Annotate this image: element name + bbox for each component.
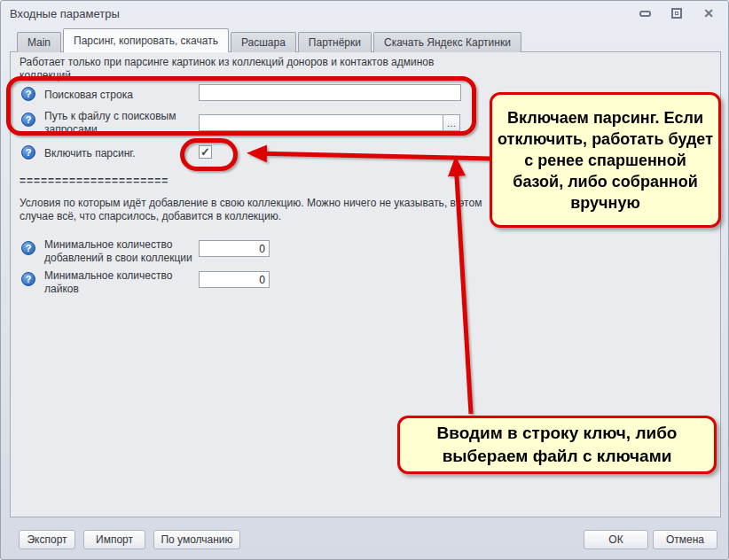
file-path-input[interactable] [199,114,443,131]
tab-parsing[interactable]: Парсинг, копировать, скачать [63,28,229,52]
export-button[interactable]: Экспорт [19,530,75,549]
title-bar: Входные параметры ✕ [1,1,728,26]
enable-parsing-checkbox[interactable]: ✓ [199,145,212,159]
min-likes-label: Минимальное количество лайков [44,269,197,296]
tab-rasshara[interactable]: Расшара [231,32,296,52]
maximize-button[interactable] [670,6,684,20]
search-string-input[interactable] [199,84,461,101]
help-icon[interactable]: ? [21,113,35,127]
help-icon[interactable]: ? [21,272,35,286]
close-icon: ✕ [703,7,714,19]
window-title: Входные параметры [10,7,120,20]
cancel-button[interactable]: Отмена [653,530,717,549]
defaults-button[interactable]: По умолчанию [153,530,240,549]
minimize-icon [639,11,651,17]
enable-parsing-label: Включить парсинг. [44,147,195,160]
maximize-icon [671,8,682,19]
tab-main[interactable]: Main [17,32,61,52]
close-button[interactable]: ✕ [702,6,716,20]
conditions-text: Условия по которым идёт добавление в сво… [20,197,488,223]
min-likes-input[interactable] [199,271,270,288]
search-string-label: Поисковая строка [44,89,195,102]
tab-yandex-images[interactable]: Скачать Яндекс Картинки [373,32,521,52]
tab-bar: Main Парсинг, копировать, скачать Расшар… [17,28,523,52]
min-additions-label: Минимальное количество добавлений в свои… [44,238,197,265]
browse-button[interactable]: … [443,114,460,131]
help-icon[interactable]: ? [21,87,35,101]
ok-button[interactable]: ОК [584,530,648,549]
import-button[interactable]: Импорт [83,530,145,549]
min-additions-input[interactable] [199,240,270,257]
checkmark-icon: ✓ [200,145,210,159]
dialog-window: Входные параметры ✕ Main Парсинг, копиро… [0,0,729,560]
window-controls: ✕ [638,6,716,20]
callout-enable-parsing: Включаем парсинг. Если отключить, работа… [490,92,721,228]
help-icon[interactable]: ? [21,145,35,159]
separator-text: ===================== [20,175,169,187]
minimize-button[interactable] [638,6,652,20]
help-icon[interactable]: ? [21,241,35,255]
callout-enter-key: Вводим в строку ключ, либо выбераем файл… [397,416,717,474]
intro-text: Работает только при парсинге картинок из… [20,56,445,82]
tab-partnerki[interactable]: Партнёрки [298,32,372,52]
file-path-label: Путь к файлу с поисковым запросами [44,110,188,136]
